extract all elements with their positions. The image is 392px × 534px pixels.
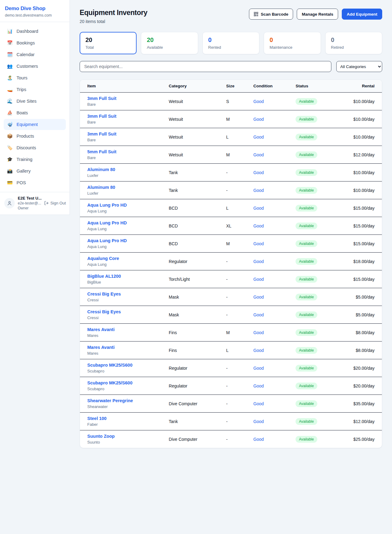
item-name-link[interactable]: 3mm Full Suit: [87, 132, 116, 136]
stat-card-maintenance[interactable]: 0 Maintenance: [264, 32, 321, 54]
item-name-link[interactable]: Scubapro MK25/S600: [87, 380, 132, 385]
sidebar-item-tours[interactable]: 🏝️ Tours: [4, 72, 66, 83]
item-condition-link[interactable]: Good: [253, 383, 264, 388]
item-condition-link[interactable]: Good: [253, 117, 264, 122]
sign-out-icon: [44, 201, 49, 205]
item-name-link[interactable]: Aqua Lung Pro HD: [87, 220, 127, 225]
sidebar-item-customers[interactable]: 👥 Customers: [4, 61, 66, 72]
items-total-subtitle: 20 items total: [80, 19, 147, 24]
item-condition-link[interactable]: Good: [253, 295, 264, 299]
status-badge: Available: [296, 436, 317, 443]
item-name-link[interactable]: Steel 100: [87, 416, 107, 421]
item-name-link[interactable]: Aqua Lung Pro HD: [87, 203, 127, 208]
item-condition-link[interactable]: Good: [253, 170, 264, 175]
stat-card-available[interactable]: 20 Available: [141, 32, 198, 54]
item-condition-link[interactable]: Good: [253, 277, 264, 282]
item-condition-link[interactable]: Good: [253, 330, 264, 335]
nav-item-label: Calendar: [17, 52, 35, 57]
item-condition-link[interactable]: Good: [253, 312, 264, 317]
item-size: -: [222, 164, 249, 181]
item-name-link[interactable]: Cressi Big Eyes: [87, 309, 121, 314]
item-rental: $25.00/day: [346, 430, 382, 448]
table-row: Shearwater Peregrine Shearwater Dive Com…: [80, 395, 382, 413]
sidebar-item-equipment[interactable]: 🤿 Equipment: [4, 119, 66, 130]
discounts-tag-icon: 🏷️: [7, 145, 13, 151]
item-rental: $10.00/day: [346, 164, 382, 181]
sidebar-item-products[interactable]: 📦 Products: [4, 131, 66, 142]
sign-out-button[interactable]: Sign Out: [44, 201, 66, 205]
item-name-link[interactable]: Cressi Big Eyes: [87, 292, 121, 296]
item-name-link[interactable]: 3mm Full Suit: [87, 96, 116, 101]
status-badge: Available: [296, 329, 317, 336]
sidebar-item-pos[interactable]: 💳 POS: [4, 177, 66, 188]
item-condition-link[interactable]: Good: [253, 99, 264, 104]
item-size: S: [222, 93, 249, 110]
item-condition-link[interactable]: Good: [253, 348, 264, 353]
table-row: Aqua Lung Pro HD Aqua Lung BCD L Good Av…: [80, 199, 382, 217]
item-size: -: [222, 359, 249, 377]
item-condition-link[interactable]: Good: [253, 259, 264, 264]
avatar: [4, 198, 15, 208]
item-name-link[interactable]: Aqualung Core: [87, 256, 119, 261]
item-condition-link[interactable]: Good: [253, 188, 264, 193]
sidebar-item-dive-sites[interactable]: 🌊 Dive Sites: [4, 96, 66, 107]
stat-card-total[interactable]: 20 Total: [80, 32, 137, 54]
item-name-link[interactable]: Mares Avanti: [87, 345, 115, 350]
sidebar-item-discounts[interactable]: 🏷️ Discounts: [4, 142, 66, 153]
item-rental: $20.00/day: [346, 377, 382, 395]
add-equipment-label: Add Equipment: [347, 12, 377, 17]
sidebar-item-calendar[interactable]: 🗓️ Calendar: [4, 49, 66, 60]
item-rental: $8.00/day: [346, 324, 382, 341]
item-condition-link[interactable]: Good: [253, 223, 264, 228]
sidebar-item-training[interactable]: 🎓 Training: [4, 154, 66, 165]
item-name-link[interactable]: 3mm Full Suit: [87, 114, 116, 119]
item-condition-link[interactable]: Good: [253, 241, 264, 246]
category-filter-select[interactable]: All Categories: [336, 61, 382, 72]
item-condition-link[interactable]: Good: [253, 206, 264, 211]
item-size: L: [222, 128, 249, 146]
item-condition-link[interactable]: Good: [253, 366, 264, 371]
add-equipment-button[interactable]: Add Equipment: [342, 9, 382, 20]
sidebar-item-dashboard[interactable]: 📊 Dashboard: [4, 26, 66, 37]
item-name-link[interactable]: Scubapro MK25/S600: [87, 363, 132, 368]
item-name-link[interactable]: Aluminum 80: [87, 185, 115, 190]
sidebar-item-trips[interactable]: 🚤 Trips: [4, 84, 66, 95]
sidebar-item-boats[interactable]: ⛵ Boats: [4, 107, 66, 118]
item-condition-link[interactable]: Good: [253, 419, 264, 424]
item-brand: Bare: [87, 102, 160, 107]
item-category: Wetsuit: [164, 110, 222, 128]
item-condition-link[interactable]: Good: [253, 401, 264, 406]
item-size: -: [222, 288, 249, 306]
item-name-link[interactable]: Shearwater Peregrine: [87, 398, 133, 403]
manage-rentals-button[interactable]: Manage Rentals: [297, 9, 338, 20]
item-size: -: [222, 430, 249, 448]
column-header-condition: Condition: [249, 80, 291, 93]
item-rental: $20.00/day: [346, 359, 382, 377]
item-condition-link[interactable]: Good: [253, 152, 264, 157]
status-badge: Available: [296, 383, 317, 389]
table-row: BigBlue AL1200 BigBlue Torch/Light - Goo…: [80, 270, 382, 288]
item-name-link[interactable]: Suunto Zoop: [87, 434, 115, 439]
sidebar-nav: 📊 Dashboard 📅 Bookings 🗓️ Calendar 👥 Cus…: [0, 22, 70, 192]
item-brand: Suunto: [87, 440, 160, 444]
item-condition-link[interactable]: Good: [253, 437, 264, 442]
item-name-link[interactable]: Aqua Lung Pro HD: [87, 238, 127, 243]
sidebar-item-gallery[interactable]: 📸 Gallery: [4, 166, 66, 177]
status-badge: Available: [296, 205, 317, 212]
item-brand: Bare: [87, 155, 160, 160]
stat-card-retired[interactable]: 0 Retired: [325, 32, 382, 54]
item-condition-link[interactable]: Good: [253, 135, 264, 139]
scan-barcode-button[interactable]: Scan Barcode: [249, 9, 293, 20]
item-name-link[interactable]: 5mm Full Suit: [87, 149, 116, 154]
stat-card-rented[interactable]: 0 Rented: [202, 32, 259, 54]
table-header-row: Item Category Size Condition Status Rent…: [80, 80, 382, 93]
page-title: Equipment Inventory: [80, 9, 147, 17]
item-name-link[interactable]: Aluminum 80: [87, 167, 115, 172]
item-size: M: [222, 324, 249, 341]
item-name-link[interactable]: Mares Avanti: [87, 327, 115, 332]
item-name-link[interactable]: BigBlue AL1200: [87, 274, 121, 279]
equipment-table: Item Category Size Condition Status Rent…: [80, 80, 382, 448]
search-input[interactable]: [80, 61, 331, 72]
item-size: -: [222, 306, 249, 324]
sidebar-item-bookings[interactable]: 📅 Bookings: [4, 37, 66, 48]
